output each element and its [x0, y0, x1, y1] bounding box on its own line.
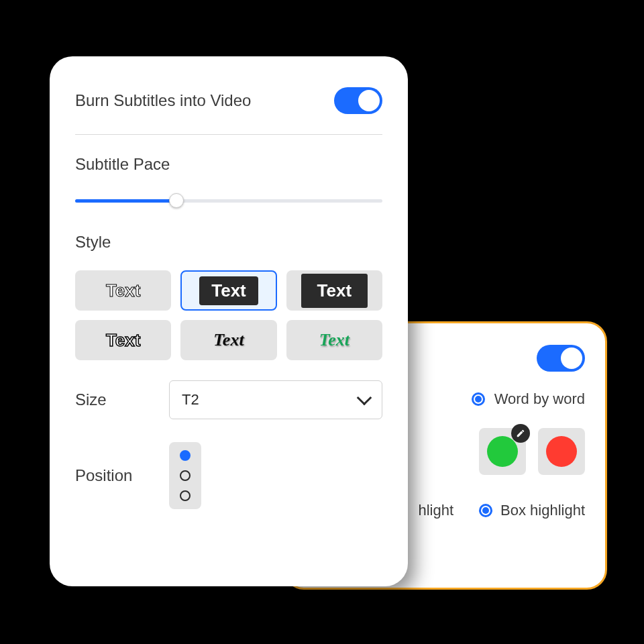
burn-subtitles-toggle[interactable]: [334, 87, 382, 114]
style-option-text: Text: [319, 330, 350, 350]
position-bottom[interactable]: [180, 490, 191, 501]
word-by-word-radio[interactable]: [472, 392, 485, 406]
size-value: T2: [182, 391, 199, 409]
size-label: Size: [75, 390, 156, 409]
highlight-toggle[interactable]: [537, 345, 585, 372]
subtitle-pace-label: Subtitle Pace: [75, 155, 382, 174]
style-option-text: Text: [106, 280, 141, 301]
subtitle-settings-panel: Burn Subtitles into Video Subtitle Pace …: [50, 56, 408, 586]
position-middle[interactable]: [180, 470, 191, 481]
size-select[interactable]: T2: [169, 380, 382, 419]
style-option-text: Text: [199, 276, 258, 305]
burn-subtitles-label: Burn Subtitles into Video: [75, 91, 251, 110]
subtitle-pace-slider[interactable]: [75, 193, 382, 209]
style-label: Style: [75, 233, 382, 252]
edit-color-icon[interactable]: [511, 424, 530, 443]
style-option-green-serif[interactable]: Text: [286, 320, 382, 360]
box-highlight-radio[interactable]: [479, 504, 492, 517]
color-circle-red: [546, 436, 577, 467]
style-option-outline[interactable]: Text: [75, 320, 171, 360]
divider: [75, 134, 382, 135]
position-picker[interactable]: [169, 442, 201, 509]
style-grid: Text Text Text Text Text Text: [75, 270, 382, 360]
style-option-plain[interactable]: Text: [75, 270, 171, 311]
style-option-text: Text: [213, 330, 244, 350]
chevron-down-icon: [357, 390, 372, 406]
pencil-icon: [516, 429, 525, 438]
highlight-color-green[interactable]: [479, 428, 526, 475]
style-option-serif-shadow[interactable]: Text: [180, 320, 276, 360]
style-option-dark-block[interactable]: Text: [286, 270, 382, 311]
box-highlight-label: Box highlight: [500, 502, 585, 519]
style-option-dark-box[interactable]: Text: [180, 270, 276, 311]
position-label: Position: [75, 466, 156, 485]
text-highlight-label-suffix: hlight: [418, 502, 453, 519]
word-by-word-label: Word by word: [494, 390, 585, 408]
style-option-text: Text: [106, 330, 141, 351]
style-option-text: Text: [301, 274, 368, 308]
position-top[interactable]: [180, 450, 191, 461]
color-circle-green: [487, 436, 518, 467]
highlight-color-red[interactable]: [538, 428, 585, 475]
